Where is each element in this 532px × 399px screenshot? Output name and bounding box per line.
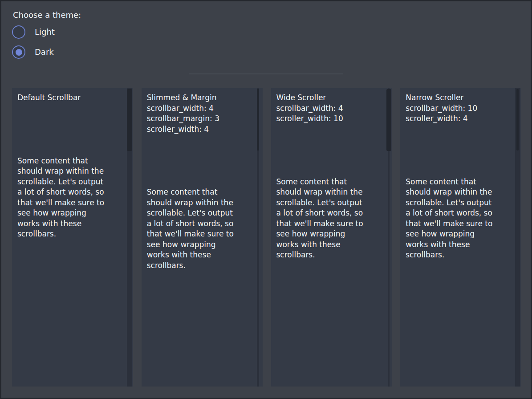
scrollbar-thumb[interactable] [257, 89, 259, 151]
scrollbar-demo-row: Default Scrollbar Some content that shou… [12, 88, 521, 387]
scrollbar-thumb[interactable] [386, 89, 391, 151]
radio-label-light: Light [35, 25, 55, 39]
panel-properties: scrollbar_width: 4 scrollbar_margin: 3 s… [147, 103, 251, 135]
scrollbar-thumb[interactable] [516, 89, 519, 151]
panel-title: Slimmed & Margin [147, 93, 251, 103]
panel-properties: scrollbar_width: 10 scroller_width: 4 [406, 103, 510, 124]
radio-unselected-icon [12, 25, 25, 39]
radio-selected-icon [12, 45, 25, 59]
radio-label-dark: Dark [35, 45, 54, 59]
theme-chooser: Choose a theme: Light Dark [1, 1, 531, 59]
radio-option-dark[interactable]: Dark [12, 45, 531, 59]
panel-content: Some content that should wrap within the… [406, 177, 510, 261]
divider-rule [189, 73, 343, 74]
app-window: Choose a theme: Light Dark Default Scrol… [0, 0, 532, 399]
scrollable-panel-slimmed-margin[interactable]: Slimmed & Margin scrollbar_width: 4 scro… [142, 88, 263, 387]
panel-properties: scrollbar_width: 4 scroller_width: 10 [276, 103, 381, 124]
panel-content: Some content that should wrap within the… [147, 187, 251, 271]
scrollable-panel-wide-scroller[interactable]: Wide Scroller scrollbar_width: 4 scrolle… [271, 88, 392, 387]
panel-title: Narrow Scroller [406, 93, 510, 103]
scrollable-panel-narrow-scroller[interactable]: Narrow Scroller scrollbar_width: 10 scro… [400, 88, 521, 387]
panel-title: Default Scrollbar [17, 93, 122, 103]
scrollbar-thumb[interactable] [127, 89, 132, 151]
scrollable-panel-default-scrollbar[interactable]: Default Scrollbar Some content that shou… [12, 88, 133, 387]
radio-option-light[interactable]: Light [12, 25, 531, 39]
panel-title: Wide Scroller [276, 93, 381, 103]
panel-content: Some content that should wrap within the… [276, 177, 381, 261]
panel-content: Some content that should wrap within the… [17, 156, 122, 240]
theme-chooser-label: Choose a theme: [13, 9, 531, 20]
